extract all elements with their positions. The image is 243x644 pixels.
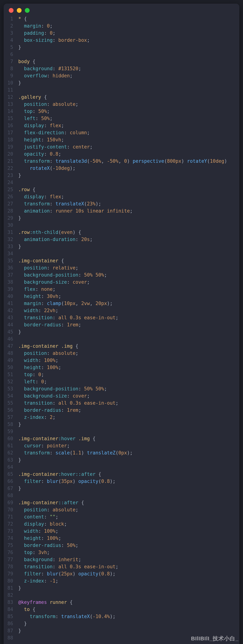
code-line[interactable]: 75 border-radius: 50%; bbox=[4, 542, 239, 549]
code-content[interactable]: flex-direction: column; bbox=[18, 129, 239, 136]
code-line[interactable]: 57 z-index: 2; bbox=[4, 414, 239, 421]
code-line[interactable]: 12.gallery { bbox=[4, 94, 239, 101]
code-line[interactable]: 63} bbox=[4, 456, 239, 464]
code-line[interactable]: 21 transform: translate3d(-50%, -50%, 0)… bbox=[4, 158, 239, 165]
code-line[interactable]: 80 z-index: -1; bbox=[4, 578, 239, 584]
code-content[interactable]: top: 0; bbox=[18, 371, 239, 378]
code-line[interactable]: 27 transform: translateX(23%); bbox=[4, 200, 239, 208]
code-content[interactable]: } bbox=[18, 485, 239, 492]
code-content[interactable]: } bbox=[18, 243, 239, 250]
code-line[interactable]: 20 opacity: 0.8; bbox=[4, 150, 239, 158]
code-content[interactable]: rotateX(-10deg); bbox=[18, 165, 239, 172]
code-content[interactable]: position: absolute; bbox=[18, 506, 239, 514]
code-line[interactable]: 73 width: 100%; bbox=[4, 528, 239, 535]
code-content[interactable]: display: flex; bbox=[18, 193, 239, 200]
code-content[interactable]: position: absolute; bbox=[18, 350, 239, 357]
code-content[interactable]: } bbox=[18, 421, 239, 428]
code-line[interactable]: 56 border-radius: 1rem; bbox=[4, 407, 239, 414]
code-line[interactable]: 52 left: 0; bbox=[4, 378, 239, 385]
code-line[interactable]: 72 display: block; bbox=[4, 520, 239, 528]
code-content[interactable]: .img-container { bbox=[18, 257, 239, 264]
code-content[interactable]: .img-container:hover .img { bbox=[18, 435, 239, 442]
code-line[interactable]: 40 height: 30vh; bbox=[4, 293, 239, 300]
code-line[interactable]: 46 bbox=[4, 336, 239, 342]
code-line[interactable]: 19 justify-content: center; bbox=[4, 144, 239, 150]
code-content[interactable]: opacity: 0.8; bbox=[18, 150, 239, 158]
code-content[interactable]: } bbox=[18, 44, 239, 51]
code-content[interactable]: transition: all 0.3s ease-in-out; bbox=[18, 400, 239, 407]
code-line[interactable]: 85 transform: translateX(-10.4%); bbox=[4, 613, 239, 620]
code-content[interactable]: position: relative; bbox=[18, 264, 239, 272]
code-content[interactable]: background-position: 50% 50%; bbox=[18, 385, 239, 392]
zoom-button[interactable] bbox=[25, 8, 30, 13]
code-line[interactable]: 50 height: 100%; bbox=[4, 364, 239, 371]
code-line[interactable]: 42 width: 22vh; bbox=[4, 307, 239, 314]
code-content[interactable]: transform: translateX(23%); bbox=[18, 200, 239, 208]
code-content[interactable]: z-index: 2; bbox=[18, 414, 239, 421]
code-content[interactable]: .img-container:hover::after { bbox=[18, 471, 239, 478]
code-line[interactable]: 62 transform: scale(1.1) translateZ(0px)… bbox=[4, 449, 239, 456]
code-line[interactable]: 87} bbox=[4, 627, 239, 634]
code-content[interactable]: margin: 0; bbox=[18, 22, 239, 30]
code-content[interactable]: width: 22vh; bbox=[18, 307, 239, 314]
close-button[interactable] bbox=[9, 8, 14, 13]
code-line[interactable]: 65.img-container:hover::after { bbox=[4, 471, 239, 478]
code-line[interactable]: 61 cursor: pointer; bbox=[4, 442, 239, 449]
code-content[interactable]: .row:nth-child(even) { bbox=[18, 229, 239, 236]
code-content[interactable]: background: inherit; bbox=[18, 556, 239, 563]
code-line[interactable]: 29} bbox=[4, 214, 239, 222]
code-content[interactable]: transform: translate3d(-50%, -50%, 0) pe… bbox=[18, 158, 239, 165]
code-content[interactable]: transition: all 0.3s ease-in-out; bbox=[18, 314, 239, 321]
code-line[interactable]: 37 background-position: 50% 50%; bbox=[4, 272, 239, 278]
code-content[interactable]: } bbox=[18, 79, 239, 86]
code-line[interactable]: 10} bbox=[4, 79, 239, 86]
code-content[interactable] bbox=[18, 592, 239, 599]
code-line[interactable]: 36 position: relative; bbox=[4, 264, 239, 272]
code-content[interactable]: to { bbox=[18, 606, 239, 613]
code-content[interactable] bbox=[18, 222, 239, 229]
code-content[interactable] bbox=[18, 336, 239, 342]
code-content[interactable]: padding: 0; bbox=[18, 30, 239, 37]
code-line[interactable]: 69.img-container::after { bbox=[4, 499, 239, 506]
code-line[interactable]: 30 bbox=[4, 222, 239, 229]
code-content[interactable]: height: 100%; bbox=[18, 364, 239, 371]
code-line[interactable]: 74 height: 100%; bbox=[4, 535, 239, 542]
code-content[interactable]: display: flex; bbox=[18, 122, 239, 129]
code-line[interactable]: 78 transition: all 0.3s ease-in-out; bbox=[4, 563, 239, 570]
code-line[interactable]: 14 top: 50%; bbox=[4, 108, 239, 115]
code-line[interactable]: 11 bbox=[4, 86, 239, 94]
code-line[interactable]: 71 content: ""; bbox=[4, 514, 239, 520]
code-content[interactable]: transition: all 0.3s ease-in-out; bbox=[18, 563, 239, 570]
code-content[interactable]: border-radius: 50%; bbox=[18, 542, 239, 549]
code-line[interactable]: 66 filter: blur(35px) opacity(0.8); bbox=[4, 478, 239, 485]
code-content[interactable]: .gallery { bbox=[18, 94, 239, 101]
code-content[interactable]: top: 50%; bbox=[18, 108, 239, 115]
code-line[interactable]: 1* { bbox=[4, 15, 239, 22]
code-content[interactable]: height: 100%; bbox=[18, 535, 239, 542]
code-content[interactable]: overflow: hidden; bbox=[18, 72, 239, 79]
code-line[interactable]: 16 display: flex; bbox=[4, 122, 239, 129]
code-content[interactable]: .img-container .img { bbox=[18, 342, 239, 350]
code-content[interactable] bbox=[18, 250, 239, 257]
code-content[interactable]: filter: blur(25px) opacity(0.8); bbox=[18, 570, 239, 578]
code-line[interactable]: 41 margin: clamp(10px, 2vw, 20px); bbox=[4, 300, 239, 307]
code-line[interactable]: 18 height: 150vh; bbox=[4, 136, 239, 144]
code-line[interactable]: 31.row:nth-child(even) { bbox=[4, 229, 239, 236]
code-content[interactable]: left: 50%; bbox=[18, 115, 239, 122]
code-content[interactable]: position: absolute; bbox=[18, 101, 239, 108]
code-line[interactable]: 15 left: 50%; bbox=[4, 115, 239, 122]
code-line[interactable]: 55 transition: all 0.3s ease-in-out; bbox=[4, 400, 239, 407]
code-content[interactable]: display: block; bbox=[18, 520, 239, 528]
code-line[interactable]: 38 background-size: cover; bbox=[4, 278, 239, 286]
code-content[interactable]: z-index: -1; bbox=[18, 578, 239, 584]
code-content[interactable] bbox=[18, 492, 239, 499]
code-line[interactable]: 35.img-container { bbox=[4, 257, 239, 264]
code-line[interactable]: 59 bbox=[4, 428, 239, 435]
code-line[interactable]: 44 border-radius: 1rem; bbox=[4, 321, 239, 328]
code-content[interactable]: * { bbox=[18, 15, 239, 22]
code-line[interactable]: 5} bbox=[4, 44, 239, 51]
code-content[interactable]: background-size: cover; bbox=[18, 278, 239, 286]
code-content[interactable]: background-size: cover; bbox=[18, 392, 239, 400]
code-content[interactable]: background: #131520; bbox=[18, 65, 239, 72]
code-line[interactable]: 7body { bbox=[4, 58, 239, 65]
